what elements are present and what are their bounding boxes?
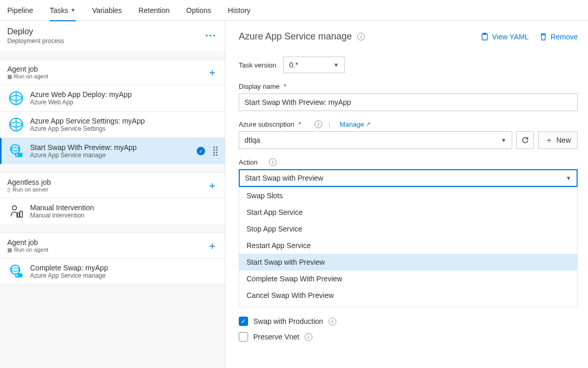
action-label: Action i xyxy=(239,158,578,166)
subscription-select[interactable]: dtlqa ▼ xyxy=(239,131,512,149)
task-title: Complete Swap: myApp xyxy=(30,264,217,272)
info-icon[interactable]: i xyxy=(269,158,277,166)
display-name-input[interactable]: Start Swap With Preview: myApp xyxy=(239,93,578,111)
right-pane: Azure App Service manage i View YAML Rem… xyxy=(225,21,588,368)
drag-handle-icon[interactable] xyxy=(213,146,217,156)
svg-rect-6 xyxy=(16,154,18,156)
info-icon[interactable]: i xyxy=(314,120,322,128)
subscription-label: Azure subscription* i | Manage ↗ xyxy=(239,120,578,128)
preserve-vnet-label: Preserve Vnet xyxy=(253,333,299,341)
task-start-swap-preview[interactable]: Start Swap With Preview: myApp Azure App… xyxy=(0,138,225,164)
more-menu-icon[interactable]: ··· xyxy=(206,31,216,42)
tab-variables-label: Variables xyxy=(92,6,122,15)
job-agent-1-sub: ▦Run on agent xyxy=(7,73,48,79)
task-title: Start Swap With Preview: myApp xyxy=(30,143,190,152)
top-tabs: Pipeline Tasks▼ Variables Retention Opti… xyxy=(0,0,588,21)
info-icon[interactable]: i xyxy=(329,318,336,325)
chevron-down-icon: ▼ xyxy=(501,137,507,143)
job-agent-2[interactable]: Agent job ▦Run on agent ＋ xyxy=(0,233,225,258)
swap-production-label: Swap with Production xyxy=(253,317,323,325)
detail-title: Azure App Service manage i xyxy=(239,31,365,42)
action-dropdown-list: Swap Slots Start App Service Stop App Se… xyxy=(239,187,577,307)
action-option-complete-swap-preview[interactable]: Complete Swap With Preview xyxy=(239,270,577,287)
azure-manage-icon xyxy=(8,264,24,279)
task-title: Azure Web App Deploy: myApp xyxy=(30,90,217,99)
task-version-select[interactable]: 0.* ▼ xyxy=(283,57,345,73)
preserve-vnet-row: Preserve Vnet i xyxy=(239,332,578,342)
svg-rect-9 xyxy=(20,211,22,217)
task-subtitle: Azure App Service manage xyxy=(30,272,217,279)
tab-history[interactable]: History xyxy=(228,0,251,21)
left-pane: Deploy Deployment process ··· Agent job … xyxy=(0,21,225,368)
display-name-row: Display name* Start Swap With Preview: m… xyxy=(239,83,578,111)
chevron-down-icon: ▼ xyxy=(566,175,571,181)
plus-icon: ＋ xyxy=(545,135,553,146)
action-select[interactable]: Start Swap with Preview ▼ xyxy=(239,169,578,187)
remove-button[interactable]: Remove xyxy=(539,33,578,41)
new-button[interactable]: ＋ New xyxy=(538,131,578,149)
action-option-cancel-swap-preview[interactable]: Cancel Swap With Preview xyxy=(239,287,577,304)
azure-icon xyxy=(8,90,24,106)
tab-options-label: Options xyxy=(186,6,211,15)
clipboard-icon xyxy=(481,33,489,41)
action-option-start-app[interactable]: Start App Service xyxy=(239,204,577,221)
external-link-icon: ↗ xyxy=(366,121,371,128)
task-app-service-settings[interactable]: Azure App Service Settings: myApp Azure … xyxy=(0,111,225,138)
job-agentless-title: Agentless job xyxy=(7,178,51,186)
info-icon[interactable]: i xyxy=(305,333,312,341)
server-icon: ▦ xyxy=(7,74,12,79)
action-option-delete-slot[interactable]: Delete Slot xyxy=(239,304,577,307)
task-manual-intervention[interactable]: Manual Intervention Manual intervention xyxy=(0,198,225,224)
task-title: Manual Intervention xyxy=(30,203,217,212)
azure-icon xyxy=(8,117,24,132)
preserve-vnet-checkbox[interactable] xyxy=(239,332,248,342)
task-version-row: Task version 0.* ▼ xyxy=(239,57,578,73)
task-version-label: Task version xyxy=(239,61,276,69)
tab-retention[interactable]: Retention xyxy=(139,0,170,21)
manage-link[interactable]: Manage ↗ xyxy=(339,120,371,128)
swap-production-row: ✓ Swap with Production i xyxy=(239,317,578,326)
add-task-button[interactable]: ＋ xyxy=(207,240,217,251)
tab-history-label: History xyxy=(228,6,251,15)
detail-header: Azure App Service manage i View YAML Rem… xyxy=(239,31,578,42)
tab-variables[interactable]: Variables xyxy=(92,0,122,21)
task-complete-swap[interactable]: Complete Swap: myApp Azure App Service m… xyxy=(0,258,225,285)
chevron-down-icon: ▼ xyxy=(71,7,76,13)
action-option-stop-app[interactable]: Stop App Service xyxy=(239,221,577,237)
svg-point-10 xyxy=(11,265,20,275)
chevron-down-icon: ▼ xyxy=(333,62,339,68)
info-icon[interactable]: i xyxy=(357,33,365,40)
svg-point-7 xyxy=(12,206,17,210)
swap-production-checkbox[interactable]: ✓ xyxy=(239,317,248,326)
task-azure-web-app-deploy[interactable]: Azure Web App Deploy: myApp Azure Web Ap… xyxy=(0,85,225,111)
tab-options[interactable]: Options xyxy=(186,0,211,21)
add-task-button[interactable]: ＋ xyxy=(207,67,217,77)
job-agent-2-title: Agent job xyxy=(7,238,48,247)
tab-tasks[interactable]: Tasks▼ xyxy=(50,0,76,21)
job-agent-1[interactable]: Agent job ▦Run on agent ＋ xyxy=(0,59,225,85)
action-row: Action i Start Swap with Preview ▼ Swap … xyxy=(239,158,578,307)
subscription-row: Azure subscription* i | Manage ↗ dtlqa ▼ xyxy=(239,120,578,149)
view-yaml-button[interactable]: View YAML xyxy=(481,33,529,41)
svg-point-4 xyxy=(11,145,20,154)
task-subtitle: Azure Web App xyxy=(30,99,217,106)
action-option-start-swap-preview[interactable]: Start Swap with Preview xyxy=(239,254,577,270)
stage-title: Deploy xyxy=(7,27,64,36)
tab-pipeline-label: Pipeline xyxy=(7,6,33,15)
server-icon: ▯ xyxy=(7,187,10,193)
task-subtitle: Azure App Service manage xyxy=(30,152,190,159)
job-agent-2-sub: ▦Run on agent xyxy=(7,247,48,253)
tab-pipeline[interactable]: Pipeline xyxy=(7,0,33,21)
add-task-button[interactable]: ＋ xyxy=(207,180,217,190)
action-dropdown-panel: Swap Slots Start App Service Stop App Se… xyxy=(239,187,578,307)
tab-tasks-label: Tasks xyxy=(50,6,69,15)
refresh-button[interactable] xyxy=(516,131,534,149)
action-option-swap-slots[interactable]: Swap Slots xyxy=(239,187,577,204)
job-agentless[interactable]: Agentless job ▯Run on server ＋ xyxy=(0,172,225,198)
task-subtitle: Azure App Service Settings xyxy=(30,125,217,132)
task-title: Azure App Service Settings: myApp xyxy=(30,117,217,125)
job-agentless-sub: ▯Run on server xyxy=(7,186,51,193)
action-option-restart-app[interactable]: Restart App Service xyxy=(239,237,577,254)
stage-subtitle: Deployment process xyxy=(7,37,64,45)
stage-header[interactable]: Deploy Deployment process ··· xyxy=(0,21,225,51)
